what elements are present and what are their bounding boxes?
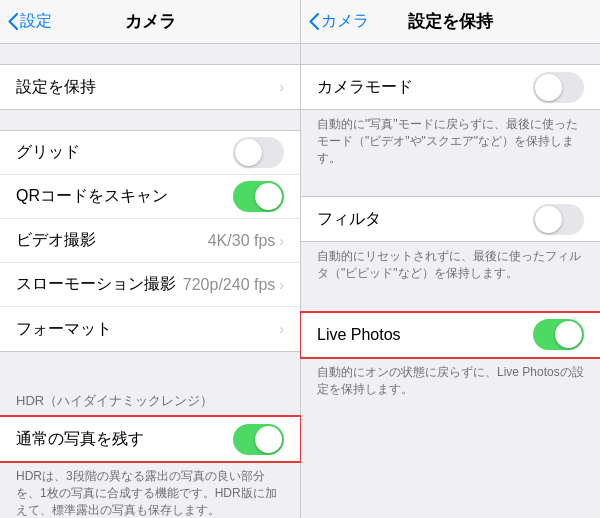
right-cell-filter-label: フィルタ: [317, 209, 381, 230]
right-cell-live-photos[interactable]: Live Photos: [301, 313, 600, 357]
right-back-label: カメラ: [321, 11, 369, 32]
right-group-camera-mode: カメラモード: [301, 64, 600, 110]
right-section-filter: フィルタ 自動的にリセットされずに、最後に使ったフィルタ（"ビビッド"など）を保…: [301, 196, 600, 292]
right-cell-camera-mode[interactable]: カメラモード: [301, 65, 600, 109]
left-toggle-qr[interactable]: [233, 181, 284, 212]
chevron-icon: ›: [279, 233, 284, 249]
left-cell-format-chevron: ›: [279, 321, 284, 337]
right-camera-mode-footer: 自動的に"写真"モードに戻らずに、最後に使ったモード（"ビデオ"や"スクエア"な…: [301, 110, 600, 176]
right-nav-bar: カメラ 設定を保持: [301, 0, 600, 44]
right-toggle-live-photos-knob: [555, 321, 582, 348]
left-cell-preserve[interactable]: 設定を保持 ›: [0, 65, 300, 109]
left-toggle-qr-knob: [255, 183, 282, 210]
left-cell-hdr-keep-label: 通常の写真を残す: [16, 429, 144, 450]
right-filter-footer: 自動的にリセットされずに、最後に使ったフィルタ（"ビビッド"など）を保持します。: [301, 242, 600, 292]
left-cell-preserve-label: 設定を保持: [16, 77, 96, 98]
left-cell-slow-label: スローモーション撮影: [16, 274, 176, 295]
left-toggle-hdr-knob: [255, 426, 282, 453]
left-toggle-grid-knob: [235, 139, 262, 166]
left-cell-video-label: ビデオ撮影: [16, 230, 96, 251]
right-live-photos-footer: 自動的にオンの状態に戻らずに、Live Photosの設定を保持します。: [301, 358, 600, 408]
right-toggle-camera-mode-knob: [535, 74, 562, 101]
left-group-preserve: 設定を保持 ›: [0, 64, 300, 110]
left-cell-qr-label: QRコードをスキャン: [16, 186, 168, 207]
left-toggle-hdr-keep[interactable]: [233, 424, 284, 455]
left-back-label: 設定: [20, 11, 52, 32]
left-cell-qr[interactable]: QRコードをスキャン: [0, 175, 300, 219]
left-cell-video[interactable]: ビデオ撮影 4K/30 fps ›: [0, 219, 300, 263]
left-hdr-header: HDR（ハイダイナミックレンジ）: [0, 372, 300, 416]
right-toggle-filter[interactable]: [533, 204, 584, 235]
left-cell-format[interactable]: フォーマット ›: [0, 307, 300, 351]
left-section-general: グリッド QRコードをスキャン ビデオ撮影 4K/30 fps ›: [0, 130, 300, 352]
right-section-camera-mode: カメラモード 自動的に"写真"モードに戻らずに、最後に使ったモード（"ビデオ"や…: [301, 64, 600, 176]
right-toggle-filter-knob: [535, 206, 562, 233]
right-nav-title: 設定を保持: [408, 10, 493, 33]
left-section-hdr: HDR（ハイダイナミックレンジ） 通常の写真を残す HDRは、3段階の異なる露出…: [0, 372, 300, 518]
left-panel: 設定 カメラ 設定を保持 › グリッド QRコードを: [0, 0, 300, 518]
right-toggle-camera-mode[interactable]: [533, 72, 584, 103]
left-cell-slow[interactable]: スローモーション撮影 720p/240 fps ›: [0, 263, 300, 307]
left-nav-bar: 設定 カメラ: [0, 0, 300, 44]
chevron-icon: ›: [279, 277, 284, 293]
right-group-live-photos: Live Photos: [301, 312, 600, 358]
left-cell-preserve-chevron: ›: [279, 79, 284, 95]
left-group-hdr: 通常の写真を残す: [0, 416, 300, 462]
left-cell-format-label: フォーマット: [16, 319, 112, 340]
right-cell-camera-mode-label: カメラモード: [317, 77, 413, 98]
left-cell-grid-label: グリッド: [16, 142, 80, 163]
right-section-live-photos: Live Photos 自動的にオンの状態に戻らずに、Live Photosの設…: [301, 312, 600, 408]
left-nav-title: カメラ: [125, 10, 176, 33]
left-section-preserve: 設定を保持 ›: [0, 64, 300, 110]
left-hdr-footer: HDRは、3段階の異なる露出の写真の良い部分を、1枚の写真に合成する機能です。H…: [0, 462, 300, 518]
chevron-icon: ›: [279, 79, 284, 95]
left-cell-grid[interactable]: グリッド: [0, 131, 300, 175]
left-group-general: グリッド QRコードをスキャン ビデオ撮影 4K/30 fps ›: [0, 130, 300, 352]
left-cell-slow-text: 720p/240 fps: [183, 276, 276, 294]
left-toggle-grid[interactable]: [233, 137, 284, 168]
chevron-icon: ›: [279, 321, 284, 337]
right-back-button[interactable]: カメラ: [309, 11, 369, 32]
left-cell-slow-value: 720p/240 fps ›: [183, 276, 284, 294]
left-cell-video-text: 4K/30 fps: [208, 232, 276, 250]
right-cell-filter[interactable]: フィルタ: [301, 197, 600, 241]
right-group-filter: フィルタ: [301, 196, 600, 242]
right-toggle-live-photos[interactable]: [533, 319, 584, 350]
left-back-button[interactable]: 設定: [8, 11, 52, 32]
left-cell-video-value: 4K/30 fps ›: [208, 232, 284, 250]
left-cell-hdr-keep[interactable]: 通常の写真を残す: [0, 417, 300, 461]
right-cell-live-photos-label: Live Photos: [317, 326, 401, 344]
right-panel: カメラ 設定を保持 カメラモード 自動的に"写真"モードに戻らずに、最後に使った…: [300, 0, 600, 518]
